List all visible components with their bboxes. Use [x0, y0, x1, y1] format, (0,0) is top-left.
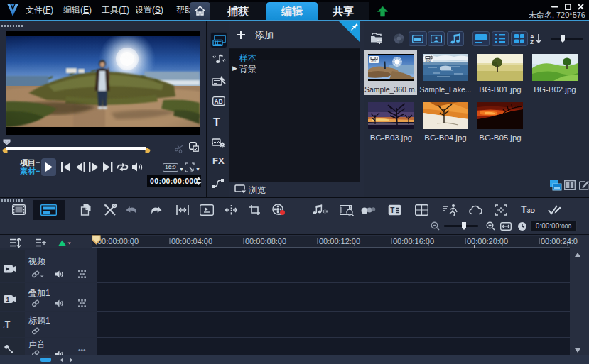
svg-text:360: 360 [426, 59, 431, 62]
svg-text:360: 360 [371, 60, 377, 63]
svg-text:T: T [390, 206, 394, 214]
svg-text:Z: Z [530, 39, 534, 45]
svg-text:AB: AB [214, 98, 222, 105]
svg-text:1: 1 [6, 296, 10, 303]
